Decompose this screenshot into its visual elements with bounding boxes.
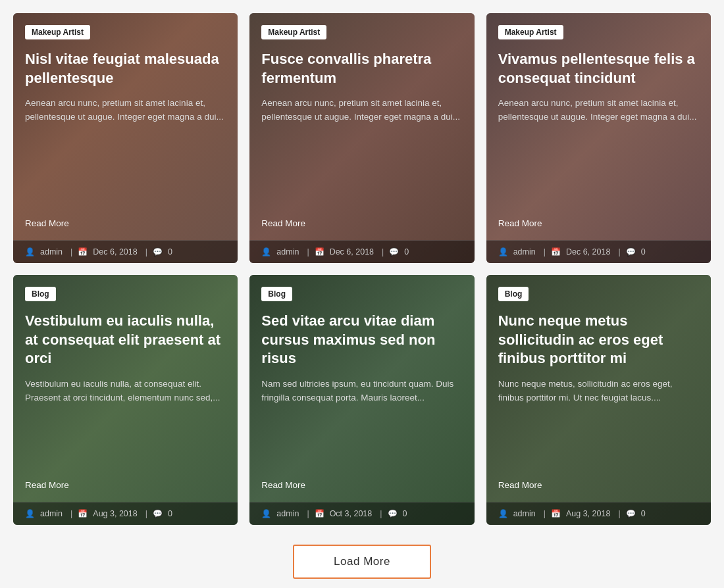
sep2-3: | (618, 247, 620, 257)
blog-card-6: Blog Nunc neque metus sollicitudin ac er… (486, 275, 711, 525)
sep2-1: | (145, 247, 147, 257)
card-title-4: Vestibulum eu iaculis nulla, at consequa… (25, 312, 226, 368)
calendar-icon-5: 📅 (315, 509, 324, 518)
card-date-4: Aug 3, 2018 (93, 509, 137, 518)
card-read-more-2[interactable]: Read More (261, 218, 462, 228)
sep1-5: | (307, 509, 309, 518)
card-comments-3: 0 (641, 247, 646, 257)
card-content-3: Makeup Artist Vivamus pellentesque felis… (486, 13, 711, 240)
card-comments-2: 0 (404, 247, 409, 257)
comment-icon-5: 💬 (388, 509, 398, 518)
card-content-2: Makeup Artist Fusce convallis pharetra f… (249, 13, 474, 240)
card-read-more-6[interactable]: Read More (498, 480, 699, 490)
card-comments-6: 0 (641, 509, 646, 518)
card-excerpt-4: Vestibulum eu iaculis nulla, at consequa… (25, 378, 226, 471)
card-date-1: Dec 6, 2018 (93, 247, 137, 257)
card-date-3: Dec 6, 2018 (566, 247, 610, 257)
sep1-6: | (544, 509, 546, 518)
card-date-2: Dec 6, 2018 (330, 247, 374, 257)
card-tag-5[interactable]: Blog (261, 287, 292, 301)
card-author-2: admin (276, 247, 299, 257)
card-footer-2: 👤 admin | 📅 Dec 6, 2018 | 💬 0 (249, 240, 474, 263)
card-tag-6[interactable]: Blog (498, 287, 529, 301)
sep2-4: | (145, 509, 147, 518)
sep1-1: | (70, 247, 72, 257)
sep2-6: | (618, 509, 620, 518)
comment-icon-4: 💬 (153, 509, 163, 518)
card-author-1: admin (40, 247, 63, 257)
calendar-icon-6: 📅 (551, 509, 561, 518)
blog-card-4: Blog Vestibulum eu iaculis nulla, at con… (13, 275, 238, 525)
user-icon-5: 👤 (261, 509, 271, 518)
load-more-section: Load More (13, 545, 711, 579)
calendar-icon-4: 📅 (78, 509, 88, 518)
card-read-more-3[interactable]: Read More (498, 218, 699, 228)
card-comments-5: 0 (403, 509, 407, 518)
card-content-1: Makeup Artist Nisl vitae feugiat malesua… (13, 13, 238, 240)
card-author-3: admin (513, 247, 536, 257)
sep1-4: | (70, 509, 72, 518)
card-comments-1: 0 (168, 247, 172, 257)
sep1-2: | (307, 247, 309, 257)
card-tag-1[interactable]: Makeup Artist (25, 25, 90, 39)
card-tag-2[interactable]: Makeup Artist (261, 25, 326, 39)
sep2-2: | (382, 247, 384, 257)
card-title-6: Nunc neque metus sollicitudin ac eros eg… (498, 312, 699, 368)
card-footer-3: 👤 admin | 📅 Dec 6, 2018 | 💬 0 (486, 240, 711, 263)
card-excerpt-3: Aenean arcu nunc, pretium sit amet lacin… (498, 97, 699, 209)
card-title-2: Fusce convallis pharetra fermentum (261, 50, 462, 87)
blog-card-1: Makeup Artist Nisl vitae feugiat malesua… (13, 13, 238, 263)
blog-card-5: Blog Sed vitae arcu vitae diam cursus ma… (249, 275, 474, 525)
card-footer-4: 👤 admin | 📅 Aug 3, 2018 | 💬 0 (13, 502, 238, 525)
card-content-4: Blog Vestibulum eu iaculis nulla, at con… (13, 275, 238, 502)
card-comments-4: 0 (168, 509, 172, 518)
card-author-4: admin (40, 509, 63, 518)
comment-icon-6: 💬 (626, 509, 636, 518)
sep1-3: | (544, 247, 546, 257)
calendar-icon-2: 📅 (315, 247, 324, 257)
calendar-icon-1: 📅 (78, 247, 88, 257)
sep2-5: | (380, 509, 382, 518)
card-content-6: Blog Nunc neque metus sollicitudin ac er… (486, 275, 711, 502)
card-date-5: Oct 3, 2018 (330, 509, 373, 518)
card-footer-6: 👤 admin | 📅 Aug 3, 2018 | 💬 0 (486, 502, 711, 525)
card-excerpt-5: Nam sed ultricies ipsum, eu tincidunt qu… (261, 378, 462, 471)
card-footer-1: 👤 admin | 📅 Dec 6, 2018 | 💬 0 (13, 240, 238, 263)
blog-grid: Makeup Artist Nisl vitae feugiat malesua… (13, 13, 711, 525)
card-author-5: admin (276, 509, 299, 518)
comment-icon-2: 💬 (389, 247, 399, 257)
card-excerpt-1: Aenean arcu nunc, pretium sit amet lacin… (25, 97, 226, 209)
card-tag-3[interactable]: Makeup Artist (498, 25, 563, 39)
comment-icon-3: 💬 (626, 247, 636, 257)
card-read-more-4[interactable]: Read More (25, 480, 226, 490)
card-title-5: Sed vitae arcu vitae diam cursus maximus… (261, 312, 462, 368)
load-more-button[interactable]: Load More (293, 545, 431, 579)
user-icon-4: 👤 (25, 509, 35, 518)
card-date-6: Aug 3, 2018 (566, 509, 610, 518)
card-read-more-5[interactable]: Read More (261, 480, 462, 490)
user-icon-6: 👤 (498, 509, 508, 518)
card-read-more-1[interactable]: Read More (25, 218, 226, 228)
card-author-6: admin (513, 509, 536, 518)
comment-icon-1: 💬 (153, 247, 163, 257)
card-content-5: Blog Sed vitae arcu vitae diam cursus ma… (249, 275, 474, 502)
user-icon-3: 👤 (498, 247, 508, 257)
card-footer-5: 👤 admin | 📅 Oct 3, 2018 | 💬 0 (249, 502, 474, 525)
card-excerpt-2: Aenean arcu nunc, pretium sit amet lacin… (261, 97, 462, 209)
card-title-1: Nisl vitae feugiat malesuada pellentesqu… (25, 50, 226, 87)
user-icon-2: 👤 (261, 247, 271, 257)
user-icon-1: 👤 (25, 247, 35, 257)
blog-card-3: Makeup Artist Vivamus pellentesque felis… (486, 13, 711, 263)
card-excerpt-6: Nunc neque metus, sollicitudin ac eros e… (498, 378, 699, 471)
calendar-icon-3: 📅 (551, 247, 561, 257)
card-tag-4[interactable]: Blog (25, 287, 56, 301)
card-title-3: Vivamus pellentesque felis a consequat t… (498, 50, 699, 87)
blog-card-2: Makeup Artist Fusce convallis pharetra f… (249, 13, 474, 263)
